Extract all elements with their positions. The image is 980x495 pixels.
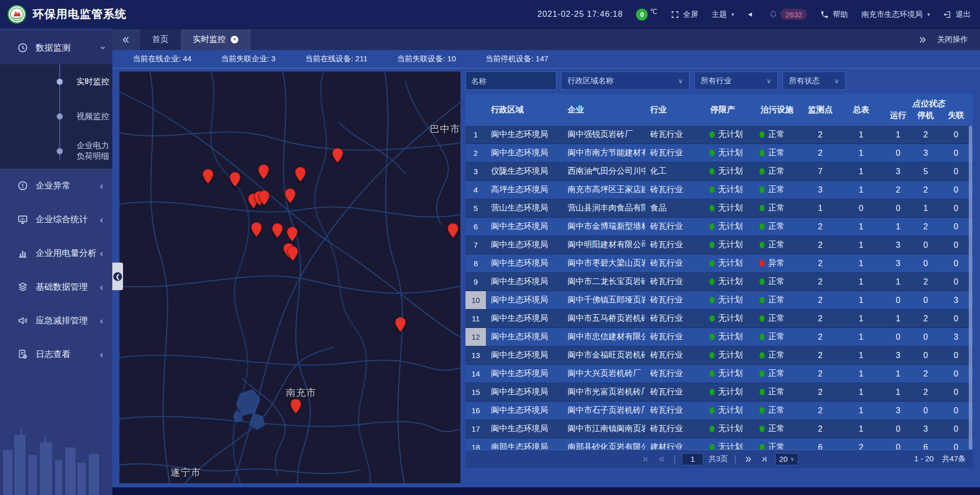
sidebar-item-5[interactable]: 应急减排管理‹ xyxy=(0,303,112,337)
map-pin-icon[interactable] xyxy=(272,223,283,239)
last-page-button[interactable] xyxy=(758,454,770,465)
table-row-15[interactable]: 15阆中生态环境局阆中市光富页岩机砖厂砖瓦行业无计划正常21120 xyxy=(465,383,973,402)
notifications[interactable]: 2632 xyxy=(769,9,807,20)
cell-offline: 0 xyxy=(939,167,973,176)
cell-running: 0 xyxy=(884,149,912,158)
table-row-6[interactable]: 6阆中生态环境局阆中市金博瑞新型墙材砖瓦行业无计划正常21120 xyxy=(465,218,973,236)
stat-0: 当前在线企业: 44 xyxy=(133,54,191,64)
cell-meters: 2 xyxy=(838,443,884,450)
close-operations-button[interactable]: 关闭操作 xyxy=(937,35,968,44)
chevron-left-icon: ‹ xyxy=(100,316,103,325)
cell-limit: 无计划 xyxy=(705,387,755,397)
tabs-scroll-left-button[interactable] xyxy=(112,29,140,51)
previous-page-button[interactable] xyxy=(656,454,668,465)
table-row-1[interactable]: 1阆中生态环境局阆中强锐页岩砖厂砖瓦行业无计划正常21120 xyxy=(465,126,973,144)
pager-divider: | xyxy=(674,455,676,464)
map-pin-icon[interactable] xyxy=(229,172,241,187)
sidebar-subitem-1[interactable]: 视频监控 xyxy=(0,99,112,134)
status-dot-icon xyxy=(760,352,765,359)
table-row-3[interactable]: 3仪陇生态环境局西南油气田分公司川中化工无计划正常71350 xyxy=(465,162,973,181)
table-scrollbar[interactable] xyxy=(969,126,972,450)
org-user-menu[interactable]: 南充市生态环境局▾ xyxy=(861,10,930,19)
map-pin-icon[interactable] xyxy=(202,169,214,184)
map-panel[interactable]: 巴中市南充市遂宁市 xyxy=(119,72,460,483)
logout-button[interactable]: 退出 xyxy=(943,10,971,19)
sidebar-item-1[interactable]: 企业异常‹ xyxy=(0,169,112,202)
pagination-summary: 1 - 20 共47条 xyxy=(914,454,973,464)
page-size-select[interactable]: 20∨ xyxy=(775,453,798,465)
sidebar-subitem-0[interactable]: 实时监控 xyxy=(0,64,112,99)
status-filter-select[interactable]: 所有状态∨ xyxy=(782,72,846,90)
map-pin-icon[interactable] xyxy=(332,148,344,163)
tab-realtime-monitoring[interactable]: 实时监控 ✕ xyxy=(181,29,251,51)
table-body[interactable]: 1阆中生态环境局阆中强锐页岩砖厂砖瓦行业无计划正常211202阆中生态环境局阆中… xyxy=(465,126,973,450)
cell-region: 阆中生态环境局 xyxy=(486,332,562,342)
city-label: 遂宁市 xyxy=(170,466,201,479)
sidebar-item-3[interactable]: 企业用电量分析‹ xyxy=(0,236,112,270)
table-row-17[interactable]: 17阆中生态环境局阆中市江南镇阆南页岩砖瓦行业无计划正常21030 xyxy=(465,420,973,438)
sidebar-subitem-2[interactable]: 企业电力负荷明细 xyxy=(0,134,112,169)
table-row-13[interactable]: 13阆中生态环境局阆中市金福旺页岩机砖砖瓦行业无计划正常21300 xyxy=(465,346,973,365)
cell-facility: 正常 xyxy=(755,368,802,379)
page-number-input[interactable] xyxy=(682,453,703,465)
tab-close-icon[interactable]: ✕ xyxy=(231,36,238,43)
row-index: 2 xyxy=(465,144,486,162)
next-page-button[interactable] xyxy=(742,454,753,465)
first-page-button[interactable] xyxy=(640,454,651,465)
sidebar-item-4[interactable]: 基础数据管理‹ xyxy=(0,270,112,303)
mute-button[interactable] xyxy=(747,10,756,19)
fullscreen-icon xyxy=(671,10,679,19)
table-row-8[interactable]: 8阆中生态环境局阆中市枣碧大梁山页岩砖瓦行业无计划异常21300 xyxy=(465,254,973,273)
double-chevron-right-icon[interactable] xyxy=(918,35,927,44)
table-row-16[interactable]: 16阆中生态环境局阆中市石子页岩机砖厂砖瓦行业无计划正常21300 xyxy=(465,402,973,420)
cell-facility: 正常 xyxy=(755,203,802,214)
sidebar-item-0[interactable]: 数据监测‹ xyxy=(0,31,112,64)
sidebar-item-6[interactable]: 日志查看‹ xyxy=(0,337,112,371)
table-row-10[interactable]: 10阆中生态环境局阆中千佛镇五郎垭页岩砖瓦行业无计划正常21003 xyxy=(465,291,973,310)
table-row-9[interactable]: 9阆中生态环境局阆中市二龙长宝页岩砖砖瓦行业无计划正常21120 xyxy=(465,273,973,291)
cell-offline: 0 xyxy=(939,388,973,397)
table-row-4[interactable]: 4高坪生态环境局南充市高坪区王家店建砖瓦行业无计划正常31220 xyxy=(465,181,973,199)
cell-facility: 正常 xyxy=(755,313,802,324)
status-dot-icon xyxy=(709,370,715,377)
cell-offline: 0 xyxy=(939,204,973,213)
map-pin-icon[interactable] xyxy=(295,167,306,182)
map-pin-icon[interactable] xyxy=(447,223,459,239)
table-row-14[interactable]: 14阆中生态环境局阆中大兴页岩机砖厂砖瓦行业无计划正常21120 xyxy=(465,365,973,383)
cell-industry: 建材行业 xyxy=(645,442,705,450)
cell-offline: 0 xyxy=(939,443,973,450)
fullscreen-button[interactable]: 全屏 xyxy=(671,10,698,19)
city-label: 南充市 xyxy=(286,386,316,399)
theme-button[interactable]: 主题▾ xyxy=(712,10,734,19)
table-row-5[interactable]: 5营山生态环境局营山县润丰肉食品有限食品无计划正常10010 xyxy=(465,199,973,218)
map-pin-icon[interactable] xyxy=(284,188,296,204)
map-pin-icon[interactable] xyxy=(258,164,270,180)
cell-offline: 0 xyxy=(939,149,973,158)
sidebar-item-2[interactable]: 企业综合统计‹ xyxy=(0,202,112,236)
table-row-12[interactable]: 12阆中生态环境局阆中市忠信建材有限公砖瓦行业无计划正常21003 xyxy=(465,328,973,346)
table-row-7[interactable]: 7阆中生态环境局阆中明阳建材有限公司砖瓦行业无计划正常21300 xyxy=(465,236,973,254)
map-pin-icon[interactable] xyxy=(287,246,299,262)
cell-points: 2 xyxy=(802,425,838,434)
alert-circle-icon xyxy=(17,180,28,191)
map-pin-icon[interactable] xyxy=(395,317,406,333)
status-dot-icon xyxy=(709,444,715,450)
table-row-18[interactable]: 18南部生态环境局南部县砂化页岩有限公建材行业无计划正常62060 xyxy=(465,438,973,450)
cell-region: 阆中生态环境局 xyxy=(486,221,562,232)
map-pin-icon[interactable] xyxy=(286,226,298,242)
stat-2: 当前在线设备: 211 xyxy=(305,54,368,64)
cell-limit: 无计划 xyxy=(705,350,755,361)
help-button[interactable]: 帮助 xyxy=(820,10,848,19)
map-pin-icon[interactable] xyxy=(290,398,302,414)
status-dot-icon xyxy=(709,278,715,285)
map-pin-icon[interactable] xyxy=(258,190,270,206)
map-pin-icon[interactable] xyxy=(251,222,262,238)
table-row-11[interactable]: 11阆中生态环境局阆中市五马桥页岩机砖砖瓦行业无计划正常21120 xyxy=(465,310,973,328)
name-filter-input[interactable] xyxy=(465,72,556,90)
table-row-2[interactable]: 2阆中生态环境局阆中市南方节能建材有砖瓦行业无计划正常21030 xyxy=(465,144,973,162)
region-filter-select[interactable]: 行政区域名称∨ xyxy=(561,72,690,90)
sidebar-collapse-button[interactable]: ❮ xyxy=(112,263,123,290)
column-header-facility: 治污设施 xyxy=(755,105,802,115)
industry-filter-select[interactable]: 所有行业∨ xyxy=(694,72,778,90)
tab-home[interactable]: 首页 xyxy=(140,29,181,51)
